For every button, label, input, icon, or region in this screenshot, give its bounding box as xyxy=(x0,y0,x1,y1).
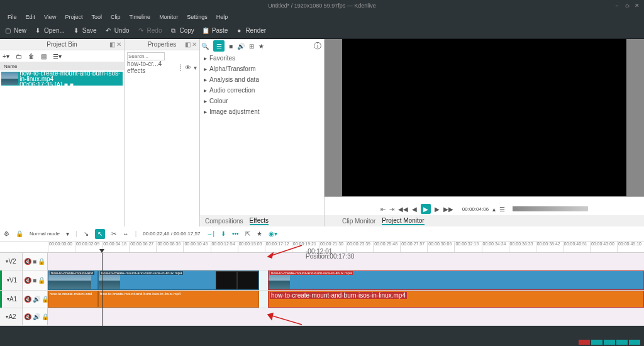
lock-track-icon[interactable]: 🔒 xyxy=(38,258,45,265)
track-head-a1[interactable]: ▾ A1 xyxy=(0,291,23,308)
close-panel-icon[interactable]: ✕ xyxy=(116,41,121,48)
video-clip-1[interactable]: how-to-create-mount-and xyxy=(48,271,98,290)
chevron-down-icon[interactable]: ▾ xyxy=(194,64,197,71)
zone-start-icon[interactable]: ⇤ xyxy=(380,206,386,213)
redo-button[interactable]: ↷Redo xyxy=(137,27,162,35)
info-icon[interactable]: ⓘ xyxy=(314,41,321,52)
timeline-gap-audio[interactable] xyxy=(259,291,268,308)
folder-icon[interactable]: 🗀 xyxy=(16,53,22,60)
audio-clip-1[interactable]: how-to-create-mount-and xyxy=(48,291,98,308)
track-head-a2[interactable]: ▾ A2 xyxy=(0,308,23,325)
trim-icon[interactable]: ↘ xyxy=(84,230,89,237)
lift-icon[interactable]: ⇱ xyxy=(245,230,250,237)
lock-icon[interactable]: 🔒 xyxy=(16,230,23,237)
new-button[interactable]: ▢New xyxy=(4,27,26,35)
bin-name-header[interactable]: Name xyxy=(0,62,124,70)
menu-monitor[interactable]: Monitor xyxy=(155,13,182,21)
close-icon[interactable]: ✕ xyxy=(634,3,640,9)
eff-cat-alpha[interactable]: ▸ Alpha/Transform xyxy=(200,64,324,74)
eff-cat-image[interactable]: ▸ Image adjustment xyxy=(200,106,324,117)
track-body-v1[interactable]: how-to-create-mount-and how-to-create-mo… xyxy=(48,271,644,290)
save-button[interactable]: ⬇Save xyxy=(72,27,97,35)
overwrite-icon[interactable]: ⬇ xyxy=(221,230,226,237)
hide-icon[interactable]: ■ xyxy=(33,277,36,284)
favorite-effect-icon[interactable]: ★ xyxy=(257,230,262,237)
audio-filter-icon[interactable]: 🔊 xyxy=(237,43,245,50)
list-view-button[interactable]: ☰ xyxy=(213,40,225,52)
video-clip-3-selected[interactable]: how-to-create-mount-and-burn-isos-in-lin… xyxy=(268,271,644,290)
undock-icon[interactable]: ◧ xyxy=(109,41,115,48)
add-clip-button[interactable]: +▾ xyxy=(3,53,9,60)
menu-timeline[interactable]: Timeline xyxy=(125,13,154,21)
menu-help[interactable]: Help xyxy=(213,13,232,21)
favorite-filter-icon[interactable]: ★ xyxy=(258,43,264,50)
undock-icon[interactable]: ◧ xyxy=(185,41,191,48)
options-icon[interactable]: ☰▾ xyxy=(53,53,62,60)
extract-icon[interactable]: ••• xyxy=(232,230,239,237)
audio-clip-3-selected[interactable]: how-to-create-mount-and-burn-isos-in-lin… xyxy=(268,291,644,308)
eff-cat-analysis[interactable]: ▸ Analysis and data xyxy=(200,74,324,85)
paste-button[interactable]: 📋Paste xyxy=(202,27,228,35)
menu-edit[interactable]: Edit xyxy=(22,13,40,21)
eye-icon[interactable]: 👁 xyxy=(185,64,191,71)
tab-clip-monitor[interactable]: Clip Monitor xyxy=(342,218,375,225)
tab-project-monitor[interactable]: Project Monitor xyxy=(382,217,424,225)
monitor-ruler[interactable] xyxy=(325,196,644,203)
mute-icon[interactable]: 🔇 xyxy=(24,313,31,320)
menu-tool[interactable]: Tool xyxy=(87,13,106,21)
playhead[interactable] xyxy=(102,253,103,326)
track-body-a2[interactable] xyxy=(48,308,644,325)
hide-icon[interactable]: ■ xyxy=(33,258,36,265)
menu-file[interactable]: File xyxy=(4,13,21,21)
next-frame-icon[interactable]: ▶ xyxy=(435,206,440,213)
bin-clip-item[interactable]: how-to-create-mount-and-burn-isos-in-lin… xyxy=(1,72,123,86)
search-icon[interactable]: 🔍 xyxy=(201,43,209,50)
video-filter-icon[interactable]: ■ xyxy=(229,43,233,50)
project-monitor-viewport[interactable] xyxy=(342,39,626,196)
timeline-gap[interactable] xyxy=(259,271,268,290)
track-head-v2[interactable]: ▾ V2 xyxy=(0,253,23,270)
render-button[interactable]: ●Render xyxy=(235,27,266,35)
custom-filter-icon[interactable]: ⊞ xyxy=(249,43,254,50)
mute-icon[interactable]: 🔇 xyxy=(24,277,31,284)
zone-end-icon[interactable]: ⇥ xyxy=(389,206,394,213)
track-body-a1[interactable]: how-to-create-mount-and how-to-create-mo… xyxy=(48,291,644,308)
razor-tool[interactable]: ✂ xyxy=(111,230,116,237)
menu-settings[interactable]: Settings xyxy=(183,13,211,21)
video-clip-2[interactable]: how-to-create-mount-and-burn-isos-in-lin… xyxy=(98,271,259,290)
delete-icon[interactable]: 🗑 xyxy=(28,53,35,60)
search-input[interactable] xyxy=(127,52,165,60)
audio-clip-2[interactable]: how-to-create-mount-and-burn-isos-in-lin… xyxy=(98,291,259,308)
close-panel-icon[interactable]: ✕ xyxy=(192,41,197,48)
menu-view[interactable]: View xyxy=(40,13,60,21)
insert-icon[interactable]: →| xyxy=(206,230,214,237)
spacer-tool[interactable]: ↔ xyxy=(123,230,129,237)
timecode-up[interactable]: ▴ xyxy=(492,206,496,213)
menu-clip[interactable]: Clip xyxy=(107,13,125,21)
volume-slider[interactable] xyxy=(513,206,588,211)
tab-compositions[interactable]: Compositions xyxy=(205,218,243,225)
maximize-icon[interactable]: ◇ xyxy=(624,3,630,9)
play-button[interactable]: ▶ xyxy=(421,204,431,214)
solo-icon[interactable]: 🔊 xyxy=(33,313,40,320)
monitor-timecode[interactable]: 00:00:04:06 xyxy=(462,206,489,212)
eff-cat-audio[interactable]: ▸ Audio correction xyxy=(200,85,324,96)
mute-icon[interactable]: 🔇 xyxy=(24,296,31,303)
track-head-v1[interactable]: ▾ V1 xyxy=(0,271,23,290)
menu-project[interactable]: Project xyxy=(61,13,86,21)
mute-icon[interactable]: 🔇 xyxy=(24,258,31,265)
undo-button[interactable]: ↶Undo xyxy=(104,27,130,35)
selection-tool[interactable]: ↖ xyxy=(95,229,105,239)
gear-icon[interactable]: ⚙ xyxy=(4,230,9,237)
copy-button[interactable]: ⧉Copy xyxy=(169,27,194,35)
forward-icon[interactable]: ▶▶ xyxy=(443,206,453,213)
minimize-icon[interactable]: − xyxy=(614,3,620,9)
lock-track-icon[interactable]: 🔒 xyxy=(38,277,45,284)
rewind-icon[interactable]: ◀◀ xyxy=(398,206,408,213)
tags-icon[interactable]: ▤ xyxy=(41,53,47,60)
prev-frame-icon[interactable]: ◀ xyxy=(412,206,417,213)
eff-cat-favorites[interactable]: ▸ Favorites xyxy=(200,53,324,64)
open-button[interactable]: ⬇Open... xyxy=(34,27,65,35)
preview-render-icon[interactable]: ◉▾ xyxy=(269,230,277,237)
monitor-menu-icon[interactable]: ☰ xyxy=(499,206,505,213)
